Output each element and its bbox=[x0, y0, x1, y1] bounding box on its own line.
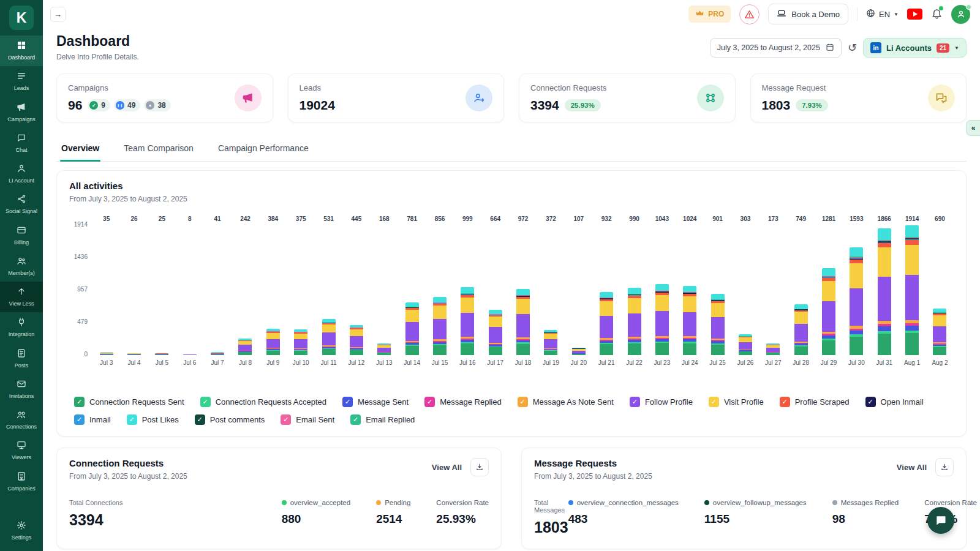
tab-team-comparison[interactable]: Team Comparison bbox=[123, 137, 195, 161]
chart-bar-column[interactable]: 972Jul 18 bbox=[509, 216, 537, 366]
chart-bar-column[interactable]: 999Jul 16 bbox=[454, 216, 481, 366]
legend-checkbox-icon[interactable]: ✓ bbox=[518, 397, 528, 407]
chart-bar-column[interactable]: 1281Jul 29 bbox=[815, 216, 842, 366]
sidebar-item-dashboard[interactable]: Dashboard bbox=[0, 36, 43, 66]
legend-checkbox-icon[interactable]: ✓ bbox=[281, 414, 291, 425]
chart-bar-column[interactable]: 932Jul 21 bbox=[592, 216, 620, 366]
user-avatar[interactable] bbox=[951, 5, 970, 24]
language-selector[interactable]: EN ▼ bbox=[866, 9, 899, 20]
legend-checkbox-icon[interactable]: ✓ bbox=[865, 397, 876, 407]
sidebar-item-campaigns[interactable]: Campaigns bbox=[0, 97, 43, 128]
chart-bar-column[interactable]: 1024Jul 24 bbox=[676, 216, 704, 366]
sidebar-item-invitations[interactable]: Invitations bbox=[0, 374, 43, 405]
legend-item[interactable]: ✓Visit Profile bbox=[709, 397, 764, 407]
legend-checkbox-icon[interactable]: ✓ bbox=[780, 397, 790, 407]
stat-card-campaigns[interactable]: Campaigns 96 ✓9❙❙49■38 bbox=[56, 73, 273, 122]
legend-item[interactable]: ✓Follow Profile bbox=[630, 397, 693, 407]
notifications-button[interactable] bbox=[931, 7, 943, 21]
legend-item[interactable]: ✓Message Sent bbox=[342, 397, 409, 407]
stat-card-message-request[interactable]: Message Request 1803 7.93% bbox=[750, 73, 967, 122]
legend-item[interactable]: ✓Email Replied bbox=[350, 414, 415, 425]
chart-bar-column[interactable]: 107Jul 20 bbox=[565, 216, 592, 366]
li-accounts-dropdown[interactable]: in Li Accounts 21 ▼ bbox=[863, 38, 967, 58]
chart-bar-column[interactable]: 445Jul 12 bbox=[342, 216, 370, 366]
legend-checkbox-icon[interactable]: ✓ bbox=[74, 414, 85, 425]
sidebar-expand-button[interactable]: → bbox=[50, 7, 66, 22]
chart-bar-column[interactable]: 1914Aug 1 bbox=[898, 216, 925, 366]
sidebar-item-viewers[interactable]: Viewers bbox=[0, 435, 43, 466]
chart-bar-column[interactable]: 303Jul 26 bbox=[731, 216, 759, 366]
chart-bar-column[interactable]: 173Jul 27 bbox=[760, 216, 787, 366]
chart-bar-column[interactable]: 749Jul 28 bbox=[787, 216, 815, 366]
stat-card-connection-requests[interactable]: Connection Requests 3394 25.93% bbox=[519, 73, 736, 122]
legend-item[interactable]: ✓Message As Note Sent bbox=[518, 397, 614, 407]
view-all-link[interactable]: View All bbox=[432, 463, 462, 472]
chart-bar-column[interactable]: 168Jul 13 bbox=[371, 216, 398, 366]
date-range-picker[interactable]: July 3, 2025 to August 2, 2025 bbox=[710, 38, 842, 58]
legend-item[interactable]: ✓Post comments bbox=[195, 414, 265, 425]
tab-campaign-performance[interactable]: Campaign Performance bbox=[217, 137, 310, 161]
chart-bar-column[interactable]: 25Jul 5 bbox=[148, 216, 176, 366]
legend-checkbox-icon[interactable]: ✓ bbox=[709, 397, 719, 407]
chart-bar-column[interactable]: 690Aug 2 bbox=[926, 216, 954, 366]
legend-checkbox-icon[interactable]: ✓ bbox=[350, 414, 361, 425]
sidebar-item-social-signal[interactable]: Social Signal bbox=[0, 189, 43, 220]
app-logo[interactable]: K bbox=[0, 0, 43, 36]
view-all-link[interactable]: View All bbox=[897, 463, 927, 472]
download-button[interactable] bbox=[470, 458, 489, 476]
legend-item[interactable]: ✓Connection Requests Accepted bbox=[200, 397, 326, 407]
sidebar-item-billing[interactable]: Billing bbox=[0, 220, 43, 251]
chart-bar-column[interactable]: 1043Jul 23 bbox=[648, 216, 676, 366]
chart-bar-column[interactable]: 26Jul 4 bbox=[120, 216, 148, 366]
download-button[interactable] bbox=[935, 458, 954, 476]
sidebar-item-member-s[interactable]: Member(s) bbox=[0, 251, 43, 282]
chat-widget-button[interactable] bbox=[927, 507, 954, 534]
legend-item[interactable]: ✓Email Sent bbox=[281, 414, 334, 425]
sidebar-item-posts[interactable]: Posts bbox=[0, 343, 43, 374]
chart-bar-column[interactable]: 664Jul 17 bbox=[481, 216, 509, 366]
legend-item[interactable]: ✓Open Inmail bbox=[865, 397, 924, 407]
warning-icon[interactable] bbox=[739, 4, 760, 24]
legend-checkbox-icon[interactable]: ✓ bbox=[200, 397, 211, 407]
chart-bar-column[interactable]: 242Jul 8 bbox=[232, 216, 259, 366]
sidebar-item-settings[interactable]: Settings bbox=[0, 515, 43, 546]
pro-badge[interactable]: PRO bbox=[688, 6, 731, 23]
legend-item[interactable]: ✓Post Likes bbox=[127, 414, 179, 425]
chart-bar-column[interactable]: 35Jul 3 bbox=[92, 216, 120, 366]
chart-bar-column[interactable]: 781Jul 14 bbox=[398, 216, 426, 366]
legend-checkbox-icon[interactable]: ✓ bbox=[342, 397, 353, 407]
chart-bar-column[interactable]: 531Jul 11 bbox=[315, 216, 342, 366]
sidebar-item-leads[interactable]: Leads bbox=[0, 66, 43, 97]
legend-checkbox-icon[interactable]: ✓ bbox=[630, 397, 640, 407]
sidebar-item-connections[interactable]: Connections bbox=[0, 405, 43, 435]
legend-item[interactable]: ✓Profile Scraped bbox=[780, 397, 850, 407]
chart-bar-column[interactable]: 384Jul 9 bbox=[259, 216, 287, 366]
sidebar-item-li-account[interactable]: LI Account bbox=[0, 159, 43, 189]
chart-bar-column[interactable]: 1866Jul 31 bbox=[870, 216, 898, 366]
reset-date-button[interactable]: ↺ bbox=[848, 42, 857, 53]
chart-bar-column[interactable]: 1593Jul 30 bbox=[843, 216, 870, 366]
tab-overview[interactable]: Overview bbox=[60, 137, 100, 161]
legend-item[interactable]: ✓Message Replied bbox=[424, 397, 501, 407]
chart-bar-column[interactable]: 990Jul 22 bbox=[620, 216, 648, 366]
sidebar-item-companies[interactable]: Companies bbox=[0, 467, 43, 497]
sidebar-item-view-less[interactable]: View Less bbox=[0, 282, 43, 312]
youtube-icon[interactable] bbox=[907, 9, 922, 20]
collapse-panel-tab[interactable]: « bbox=[966, 120, 980, 136]
sidebar-item-chat[interactable]: Chat bbox=[0, 128, 43, 159]
chart-bar-column[interactable]: 372Jul 19 bbox=[537, 216, 565, 366]
chart-bar-column[interactable]: 901Jul 25 bbox=[704, 216, 731, 366]
book-demo-button[interactable]: Book a Demo bbox=[768, 4, 848, 24]
chart-bar-column[interactable]: 856Jul 15 bbox=[426, 216, 453, 366]
chart-bar-column[interactable]: 375Jul 10 bbox=[287, 216, 315, 366]
chart-bar-column[interactable]: 8Jul 6 bbox=[176, 216, 203, 366]
stat-card-leads[interactable]: Leads 19024 bbox=[288, 73, 505, 122]
legend-checkbox-icon[interactable]: ✓ bbox=[424, 397, 435, 407]
legend-item[interactable]: ✓Inmail bbox=[74, 414, 111, 425]
legend-checkbox-icon[interactable]: ✓ bbox=[127, 414, 137, 425]
legend-checkbox-icon[interactable]: ✓ bbox=[195, 414, 205, 425]
legend-checkbox-icon[interactable]: ✓ bbox=[74, 397, 85, 407]
sidebar-item-integration[interactable]: Integration bbox=[0, 312, 43, 343]
chart-bar-column[interactable]: 41Jul 7 bbox=[203, 216, 231, 366]
legend-item[interactable]: ✓Connection Requests Sent bbox=[74, 397, 184, 407]
